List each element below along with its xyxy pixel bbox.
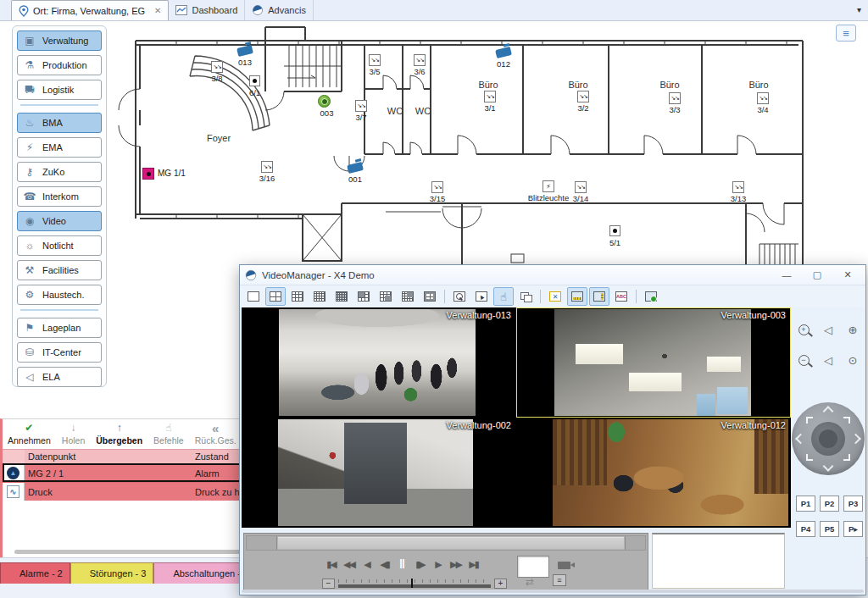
map-device[interactable]: 3/7 <box>355 100 367 112</box>
alarm-toolbar-button[interactable]: Übergeben <box>93 421 145 448</box>
map-device[interactable]: 3/13 <box>732 181 744 193</box>
timeline-track[interactable] <box>278 537 624 549</box>
tab-dashboard[interactable]: Dashboard <box>169 0 245 20</box>
camera-cell[interactable]: Verwaltung-003 <box>516 307 791 418</box>
preset-button[interactable]: P3 <box>843 496 863 512</box>
alarm-toolbar-button[interactable]: Holen <box>59 421 87 448</box>
sidebar-item[interactable] <box>20 309 98 311</box>
map-device[interactable]: 3/5 <box>369 54 381 66</box>
fast-forward-button[interactable]: ▶▶ <box>447 554 465 574</box>
alarm-toolbar-button[interactable]: Annehmen <box>5 421 53 448</box>
tab-location[interactable]: Ort: Firma, Verwaltung, EG ✕ <box>11 0 169 20</box>
slider-thumb[interactable] <box>411 579 413 588</box>
alarm-toolbar-button[interactable]: Befehle <box>151 421 186 448</box>
map-device[interactable]: 3/8 <box>211 61 223 73</box>
preset-button[interactable]: P▸ <box>843 521 863 537</box>
layout-windowed[interactable] <box>420 287 440 306</box>
camera-cell[interactable]: Verwaltung-012 <box>516 418 791 528</box>
timeline[interactable] <box>246 535 646 551</box>
layout-1plus12[interactable] <box>398 287 418 306</box>
map-device[interactable]: 3/15 <box>431 181 443 193</box>
sidebar-item[interactable]: ⚗ Produktion <box>17 55 102 75</box>
slider-plus-button[interactable]: + <box>494 579 507 589</box>
map-menu-button[interactable]: ≡ <box>836 25 856 42</box>
close-icon[interactable]: ✕ <box>154 6 161 15</box>
iris-close-button[interactable]: ⊙ <box>849 354 858 367</box>
skip-end-button[interactable]: ▶▮ <box>465 554 482 574</box>
map-device[interactable]: 001 <box>348 163 363 172</box>
playlist-icon[interactable]: ≡ <box>553 574 566 586</box>
layout-1plus5[interactable] <box>353 287 374 306</box>
sidebar-item[interactable]: ◉ Video <box>17 211 102 231</box>
joystick-knob[interactable] <box>811 422 845 456</box>
preset-button[interactable]: P4 <box>796 521 815 537</box>
map-device[interactable]: 3/3 <box>669 92 681 104</box>
tab-advancis[interactable]: Advancis <box>245 0 314 20</box>
slider-track[interactable] <box>338 579 491 588</box>
minimize-button[interactable]: — <box>774 270 799 280</box>
zoom-out-button[interactable]: − <box>798 355 810 366</box>
window-title-bar[interactable]: VideoManager - X4 Demo — ▢ ✕ <box>240 265 865 285</box>
map-device[interactable]: 013 <box>237 47 253 55</box>
swap-tool[interactable] <box>515 287 536 306</box>
select-tool[interactable] <box>471 287 492 306</box>
sidebar-item[interactable]: ♨ BMA <box>17 113 102 133</box>
play-button[interactable]: ▶ <box>429 554 447 574</box>
pause-button[interactable]: ‖ <box>393 554 411 574</box>
monitor-secondary[interactable] <box>589 287 609 306</box>
map-device[interactable]: 3/14 <box>575 181 587 193</box>
sidebar-item[interactable]: ☼ Notlicht <box>17 235 102 256</box>
sidebar-item[interactable]: ⚡ EMA <box>17 137 102 158</box>
sidebar-item[interactable]: ⚑ Lageplan <box>17 318 102 338</box>
sidebar-item[interactable]: ◁ ELA <box>17 367 102 387</box>
play-reverse-button[interactable]: ◀ <box>358 554 376 574</box>
map-device[interactable]: 3/1 <box>484 91 496 102</box>
tab-overflow-arrow[interactable]: ▾ <box>857 5 861 14</box>
sidebar-item[interactable]: ⛁ IT-Center <box>17 342 102 363</box>
map-device[interactable]: 3/16 <box>261 161 273 173</box>
ptz-joystick[interactable] <box>792 402 865 475</box>
monitor-main[interactable] <box>567 287 587 306</box>
preset-button[interactable]: P1 <box>796 496 815 512</box>
sidebar-item[interactable]: ⚷ ZuKo <box>17 162 102 182</box>
window-scrollbar[interactable] <box>242 590 864 593</box>
camera-cell[interactable]: Verwaltung-013 <box>242 307 516 418</box>
calibrate-view[interactable] <box>545 287 565 306</box>
layout-single[interactable] <box>243 287 264 306</box>
map-device[interactable]: 5/1 <box>609 225 620 236</box>
map-device[interactable]: 012 <box>496 48 511 57</box>
zoom-in-button[interactable]: + <box>798 324 810 335</box>
preset-button[interactable]: P2 <box>820 496 839 512</box>
loop-icon[interactable]: ⇄ <box>526 576 534 588</box>
monitor-add[interactable] <box>641 287 661 306</box>
map-device[interactable]: 003 <box>318 95 331 108</box>
map-device[interactable]: 3/2 <box>577 91 589 102</box>
notes-box[interactable] <box>652 533 785 589</box>
layout-4x4[interactable] <box>309 287 330 306</box>
map-device[interactable]: 3/6 <box>414 54 426 66</box>
layout-3x3[interactable] <box>287 287 308 306</box>
focus-near-button[interactable]: ◁ <box>824 324 832 336</box>
status-tab[interactable]: Alarme - 2 <box>0 562 70 584</box>
zoom-tool[interactable] <box>449 287 470 306</box>
drag-tool[interactable] <box>493 287 514 306</box>
map-device[interactable]: 6/1 <box>249 75 260 86</box>
map-device[interactable]: MG 1/1 <box>142 168 154 180</box>
preset-button[interactable]: P5 <box>820 521 839 537</box>
step-back-button[interactable]: ◀▮ <box>376 554 393 574</box>
camcorder-icon[interactable] <box>558 562 570 569</box>
camera-cell[interactable]: Verwaltung-002 <box>242 418 516 528</box>
sidebar-item[interactable]: ⚙ Haustech. <box>17 285 102 305</box>
column-header-datenpunkt[interactable]: Datenpunkt <box>25 451 193 462</box>
step-forward-button[interactable]: ▮▶ <box>411 554 429 574</box>
status-tab[interactable]: Störungen - 3 <box>70 562 154 584</box>
sidebar-item[interactable]: ☎ Interkom <box>17 186 102 207</box>
layout-5x5[interactable] <box>331 287 352 306</box>
layout-1plus7[interactable] <box>376 287 396 306</box>
maximize-button[interactable]: ▢ <box>804 269 830 280</box>
sidebar-item[interactable]: ⛟ Logistik <box>17 80 102 100</box>
focus-far-button[interactable]: ◁ <box>824 354 832 367</box>
map-device[interactable]: Blitzleuchte <box>542 180 554 192</box>
skip-start-button[interactable]: ▮◀ <box>322 554 340 574</box>
sidebar-item[interactable] <box>20 104 98 106</box>
